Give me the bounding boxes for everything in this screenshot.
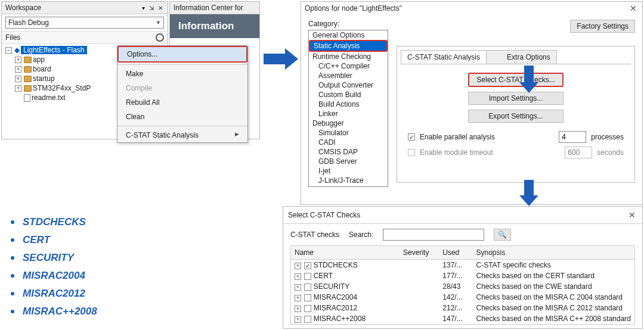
row-name: STDCHECKS <box>314 261 358 269</box>
expand-icon[interactable]: + <box>295 284 301 291</box>
gear-icon[interactable] <box>156 33 164 42</box>
expand-icon[interactable]: + <box>295 295 301 301</box>
table-row[interactable]: + SECURITY28/43Checks based on the CWE s… <box>291 281 634 292</box>
collapse-icon[interactable]: − <box>5 47 12 54</box>
close-icon[interactable]: ✕ <box>628 4 639 13</box>
bullet-dot-icon <box>11 292 14 295</box>
tab-cstat[interactable]: C-STAT Static Analysis <box>401 50 487 64</box>
category-item[interactable]: CADI <box>309 138 388 147</box>
expand-icon[interactable]: + <box>295 263 301 269</box>
timeout-input[interactable] <box>565 147 592 158</box>
timeout-checkbox[interactable] <box>408 149 415 156</box>
factory-settings-button[interactable]: Factory Settings <box>570 20 635 33</box>
import-settings-button[interactable]: Import Settings... <box>468 92 564 105</box>
category-item[interactable]: Assembler <box>309 71 388 80</box>
row-name: MISRAC2012 <box>314 304 357 312</box>
row-checkbox[interactable] <box>304 294 311 301</box>
row-checkbox[interactable] <box>304 273 311 280</box>
parallel-label: Enable parallel analysis <box>420 133 554 141</box>
bullet-text: SECURITY <box>23 252 74 264</box>
row-synopsis: Checks based on the MISRA C++ 2008 stand… <box>473 313 635 324</box>
row-name: SECURITY <box>314 282 350 291</box>
search-button[interactable]: 🔍 <box>494 229 511 241</box>
expand-icon[interactable]: + <box>15 57 21 63</box>
menu-clean[interactable]: Clean <box>117 110 247 124</box>
menu-options[interactable]: Options... <box>117 46 247 63</box>
bullet-item: MISRAC2004 <box>11 267 97 285</box>
info-center-header: Information <box>170 14 259 38</box>
category-item[interactable]: Custom Build <box>309 90 388 99</box>
workspace-title-controls[interactable]: ▾ ⇲ ✕ <box>142 5 164 11</box>
chevron-down-icon: ▼ <box>156 20 161 26</box>
category-item[interactable]: I-jet <box>309 166 388 176</box>
category-item[interactable]: CMSIS DAP <box>309 147 388 157</box>
parallel-unit: processes <box>591 133 624 141</box>
row-checkbox[interactable] <box>304 284 311 291</box>
select-cstat-checks-button[interactable]: Select C-STAT Checks... <box>468 73 564 87</box>
folder-icon <box>24 66 32 73</box>
timeout-label: Enable module timeout <box>420 148 560 157</box>
col-synopsis[interactable]: Synopsis <box>473 246 635 260</box>
category-item[interactable]: GDB Server <box>309 157 388 166</box>
search-label: Search: <box>349 231 373 239</box>
standards-bullet-list: STDCHECKSCERTSECURITYMISRAC2004MISRAC201… <box>11 213 97 320</box>
export-settings-button[interactable]: Export Settings... <box>468 110 564 123</box>
menu-rebuild[interactable]: Rebuild All <box>117 95 247 110</box>
expand-icon[interactable]: + <box>15 85 21 92</box>
bullet-item: MISRAC++2008 <box>11 303 97 320</box>
category-item[interactable]: Static Analysis <box>309 40 388 52</box>
row-used: 28/43 <box>439 281 472 292</box>
info-center-tab[interactable]: Information Center for <box>170 2 259 14</box>
expand-icon[interactable]: + <box>15 76 21 82</box>
config-value: Flash Debug <box>8 18 49 27</box>
row-synopsis: Checks based on the CWE standard <box>473 281 635 292</box>
menu-make[interactable]: Make <box>117 67 247 81</box>
expand-icon[interactable]: + <box>15 66 21 73</box>
bullet-item: MISRAC2012 <box>11 285 97 303</box>
category-item[interactable]: Linker <box>309 109 388 119</box>
category-item[interactable]: General Options <box>309 30 388 40</box>
row-checkbox[interactable] <box>304 316 311 323</box>
bullet-item: STDCHECKS <box>11 213 97 231</box>
table-row[interactable]: + MISRAC2012212/...Checks based on the M… <box>291 303 634 313</box>
tab-extra[interactable]: Extra Options <box>486 50 557 64</box>
category-item[interactable]: Simulator <box>309 128 388 138</box>
category-item[interactable]: TI Stellaris <box>309 185 388 187</box>
col-severity[interactable]: Severity <box>400 246 439 260</box>
table-row[interactable]: + CERT177/...Checks based on the CERT st… <box>291 270 634 281</box>
col-used[interactable]: Used <box>439 246 472 260</box>
checks-table: Name Severity Used Synopsis + ✓ STDCHECK… <box>291 246 634 324</box>
table-row[interactable]: + ✓ STDCHECKS137/...C-STAT specific chec… <box>291 260 634 271</box>
folder-icon <box>24 76 32 82</box>
tree-folder-label: app <box>33 55 45 64</box>
bullet-dot-icon <box>11 274 14 278</box>
category-item[interactable]: J-Link/J-Trace <box>309 176 388 185</box>
category-item[interactable]: Debugger <box>309 119 388 128</box>
expand-icon[interactable]: + <box>295 273 301 280</box>
category-list[interactable]: General OptionsStatic AnalysisRuntime Ch… <box>308 30 388 187</box>
options-dialog: Options for node "LightEffects" ✕ Catego… <box>301 1 643 205</box>
search-input[interactable] <box>383 229 484 241</box>
table-row[interactable]: + MISRAC2004142/...Checks based on the M… <box>291 292 634 303</box>
category-item[interactable]: C/C++ Compiler <box>309 61 388 71</box>
row-checkbox[interactable] <box>304 305 311 312</box>
parallel-checkbox[interactable]: ✓ <box>408 133 415 141</box>
checks-title: Select C-STAT Checks <box>288 211 360 219</box>
category-item[interactable]: Output Converter <box>309 80 388 90</box>
expand-icon[interactable]: + <box>295 306 301 312</box>
col-name[interactable]: Name <box>291 246 400 260</box>
parallel-input[interactable] <box>559 131 586 143</box>
table-row[interactable]: + MISRAC++2008147/...Checks based on the… <box>291 313 634 324</box>
close-icon[interactable]: ✕ <box>627 210 637 220</box>
workspace-title: Workspace <box>5 4 41 12</box>
expand-icon[interactable]: + <box>295 316 301 323</box>
category-item[interactable]: Build Actions <box>309 99 388 109</box>
bullet-dot-icon <box>11 238 14 242</box>
row-used: 177/... <box>439 270 472 281</box>
config-dropdown[interactable]: Flash Debug ▼ <box>5 17 164 29</box>
bullet-dot-icon <box>11 256 14 260</box>
row-checkbox[interactable]: ✓ <box>304 262 311 269</box>
menu-cstat[interactable]: C-STAT Static Analysis ▶ <box>117 128 247 142</box>
category-item[interactable]: Runtime Checking <box>309 52 388 61</box>
files-label: Files <box>5 33 20 42</box>
